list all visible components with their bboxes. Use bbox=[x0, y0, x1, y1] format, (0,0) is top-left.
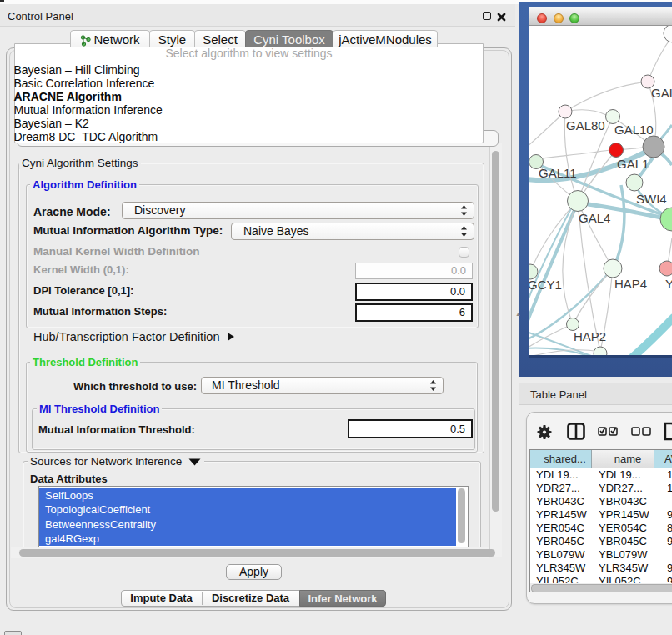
svg-text:YJ: YJ bbox=[665, 277, 672, 291]
svg-text:GAL2: GAL2 bbox=[651, 86, 672, 100]
svg-text:GAL4: GAL4 bbox=[579, 211, 610, 225]
svg-text:SWI4: SWI4 bbox=[636, 192, 667, 206]
svg-text:GAL1: GAL1 bbox=[617, 157, 649, 171]
svg-text:GAL80: GAL80 bbox=[566, 118, 605, 132]
svg-text:HAP2: HAP2 bbox=[574, 329, 606, 343]
svg-text:GCY1: GCY1 bbox=[529, 278, 562, 292]
svg-text:GAL11: GAL11 bbox=[539, 166, 577, 180]
svg-text:GAL10: GAL10 bbox=[614, 122, 654, 137]
svg-text:HAP4: HAP4 bbox=[614, 277, 647, 291]
